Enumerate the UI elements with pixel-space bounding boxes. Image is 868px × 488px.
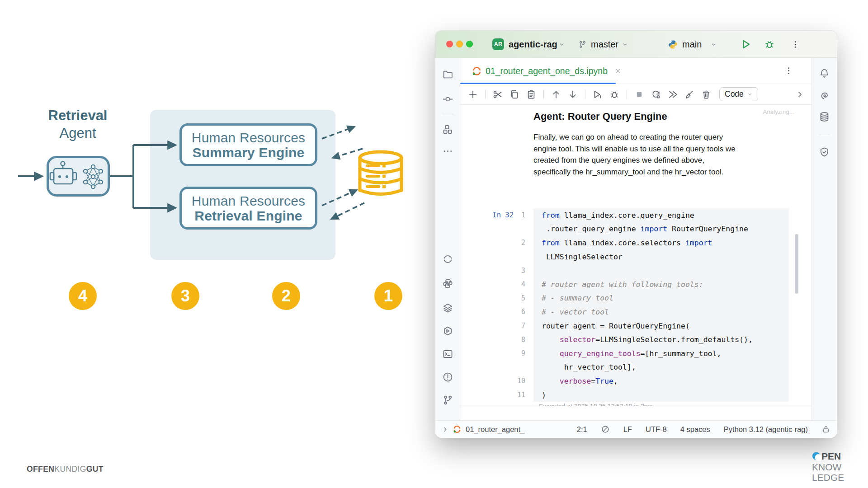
code-row[interactable]: LLMSingleSelector bbox=[460, 250, 789, 264]
notebook-viewport: Agent: Router Query Engine Analyzing... … bbox=[460, 105, 811, 406]
layers-icon[interactable] bbox=[442, 302, 453, 313]
indent-style[interactable]: 4 spaces bbox=[680, 425, 710, 434]
paste-cell-icon[interactable] bbox=[526, 89, 537, 100]
brand-segment: OFFEN bbox=[27, 465, 54, 474]
code-line: .router_query_engine import RouterQueryE… bbox=[533, 222, 789, 236]
structure-icon[interactable] bbox=[442, 124, 453, 135]
restart-kernel-icon[interactable] bbox=[651, 89, 661, 100]
move-cell-down-icon[interactable] bbox=[567, 89, 578, 100]
execution-time-note: Executed at 2025.10.25 12:52:19 in 2ms bbox=[539, 403, 652, 406]
jupyter-ring-icon[interactable] bbox=[442, 253, 453, 265]
more-actions-button[interactable] bbox=[791, 40, 800, 49]
branch-selector[interactable]: master bbox=[591, 31, 618, 58]
brand-segment: GUT bbox=[86, 465, 104, 474]
notifications-bell-icon[interactable] bbox=[819, 68, 830, 79]
run-cell-icon[interactable] bbox=[592, 89, 603, 100]
cut-cell-icon[interactable] bbox=[492, 89, 503, 100]
code-row[interactable]: 2from llama_index.core.selectors import bbox=[460, 236, 789, 250]
editor-scrollbar-thumb[interactable] bbox=[795, 234, 798, 294]
code-row[interactable]: 10 verbose=True, bbox=[460, 374, 789, 388]
chevron-down-icon bbox=[622, 41, 628, 48]
engine2-line1: Human Resources bbox=[192, 193, 305, 208]
dock-divider bbox=[818, 135, 830, 135]
step-badge-3: 3 bbox=[171, 282, 199, 310]
close-window-button[interactable] bbox=[446, 41, 453, 47]
project-badge: AR bbox=[492, 38, 504, 50]
code-line: # - summary tool bbox=[533, 291, 789, 305]
code-line: selector=LLMSingleSelector.from_defaults… bbox=[533, 333, 789, 347]
ai-assistant-swirl-icon[interactable] bbox=[819, 90, 830, 102]
shield-check-icon[interactable] bbox=[819, 146, 830, 158]
terminal-icon[interactable] bbox=[442, 348, 453, 360]
caret-position[interactable]: 2:1 bbox=[577, 425, 587, 434]
code-cell[interactable]: In 321from llama_index.core.query_engine… bbox=[460, 208, 789, 402]
status-file-name[interactable]: 01_router_agent_ bbox=[466, 425, 524, 434]
add-cell-icon[interactable] bbox=[467, 89, 478, 100]
code-row[interactable]: 11) bbox=[460, 388, 789, 402]
retrieval-agent-label: Retrieval Agent bbox=[33, 107, 123, 142]
close-tab-icon[interactable] bbox=[614, 67, 622, 75]
database-icon[interactable] bbox=[819, 111, 830, 122]
stop-kernel-icon[interactable] bbox=[634, 89, 645, 100]
markdown-line: engine tool. This will enable us to use … bbox=[533, 143, 736, 155]
project-name-menu[interactable]: agentic-rag bbox=[509, 31, 557, 58]
tab-notebook[interactable]: 01_router_agent_one_ds.ipynb bbox=[460, 58, 622, 84]
problems-icon[interactable] bbox=[442, 371, 453, 383]
code-row[interactable]: 5# - summary tool bbox=[460, 291, 789, 305]
slide-canvas: Retrieval Agent bbox=[0, 0, 868, 488]
line-number: 2 bbox=[514, 239, 525, 247]
code-row[interactable]: .router_query_engine import RouterQueryE… bbox=[460, 222, 789, 236]
maximize-window-button[interactable] bbox=[466, 41, 473, 47]
run-all-cells-icon[interactable] bbox=[667, 89, 678, 100]
toolbar-separator bbox=[485, 90, 486, 99]
toolbar-separator bbox=[543, 90, 544, 99]
unlock-icon[interactable] bbox=[821, 425, 830, 434]
expand-status-icon[interactable] bbox=[442, 426, 448, 433]
code-row[interactable]: hr_vector_tool], bbox=[460, 361, 789, 375]
services-play-icon[interactable] bbox=[442, 325, 453, 337]
line-number: 7 bbox=[514, 322, 525, 330]
commit-icon[interactable] bbox=[442, 94, 453, 105]
debug-button[interactable] bbox=[764, 38, 775, 50]
run-button[interactable] bbox=[740, 38, 752, 50]
code-row[interactable]: 6# - vector tool bbox=[460, 305, 789, 319]
copy-cell-icon[interactable] bbox=[509, 89, 520, 100]
line-separator[interactable]: LF bbox=[623, 425, 632, 434]
highlighting-level-icon[interactable] bbox=[601, 425, 610, 434]
agent-label-line2: Agent bbox=[33, 124, 123, 142]
code-row[interactable]: In 321from llama_index.core.query_engine bbox=[460, 208, 789, 222]
code-row[interactable]: 3 bbox=[460, 263, 789, 277]
dashed-arrow-db-to-retrieval bbox=[332, 203, 364, 219]
cell-type-dropdown[interactable]: Code bbox=[719, 87, 758, 101]
file-encoding[interactable]: UTF-8 bbox=[646, 425, 667, 434]
code-row[interactable]: 9 query_engine_tools=[hr_summary_tool, bbox=[460, 347, 789, 361]
minimize-window-button[interactable] bbox=[456, 41, 463, 47]
line-number: 1 bbox=[514, 211, 525, 219]
line-number: 11 bbox=[514, 391, 525, 399]
move-cell-up-icon[interactable] bbox=[551, 89, 561, 100]
openknowledge-logo: PEN KNOW LEDGE bbox=[812, 451, 844, 483]
code-row[interactable]: 8 selector=LLMSingleSelector.from_defaul… bbox=[460, 333, 789, 347]
python-icon[interactable] bbox=[442, 278, 453, 289]
toolbar-separator bbox=[627, 90, 627, 99]
hr-summary-engine-node: Human Resources Summary Engine bbox=[179, 123, 317, 166]
brand-line1: PEN bbox=[821, 451, 841, 462]
notebook-editor[interactable]: Agent: Router Query Engine Analyzing... … bbox=[460, 105, 811, 420]
tab-options-button[interactable] bbox=[784, 66, 793, 75]
engine1-line1: Human Resources bbox=[192, 130, 305, 145]
more-horizontal-icon[interactable] bbox=[442, 145, 453, 157]
code-row[interactable]: 4# router agent with following tools: bbox=[460, 277, 789, 291]
jupyter-notebook-icon bbox=[472, 66, 481, 76]
python-interpreter[interactable]: Python 3.12 (agentic-rag) bbox=[724, 425, 808, 434]
folder-icon[interactable] bbox=[442, 69, 453, 80]
clear-outputs-icon[interactable] bbox=[684, 89, 695, 100]
toolbar-overflow-button[interactable] bbox=[795, 90, 804, 99]
markdown-paragraph: Finally, we can go on ahead to creating … bbox=[533, 131, 736, 178]
run-configuration-selector[interactable]: main bbox=[682, 31, 702, 58]
code-row[interactable]: 7router_agent = RouterQueryEngine( bbox=[460, 319, 789, 333]
line-number: 10 bbox=[514, 377, 525, 385]
openknowledge-crescent-icon bbox=[812, 451, 821, 461]
delete-cell-icon[interactable] bbox=[701, 89, 712, 100]
git-branch-icon[interactable] bbox=[442, 394, 453, 406]
debug-cell-icon[interactable] bbox=[609, 89, 620, 100]
